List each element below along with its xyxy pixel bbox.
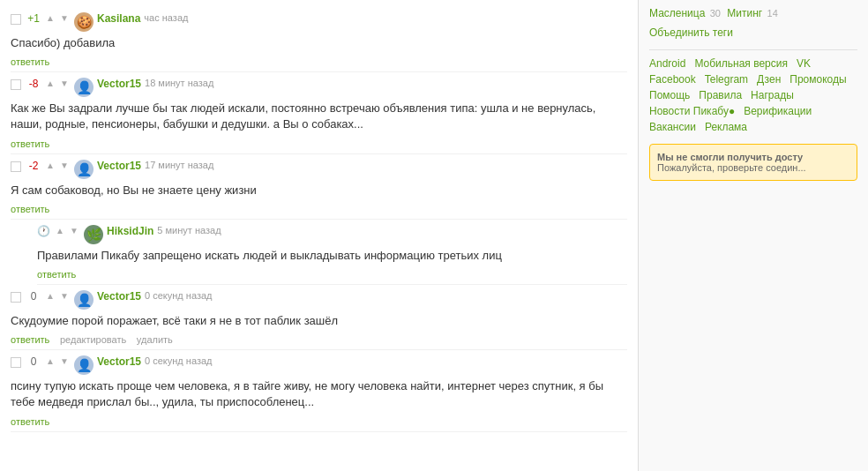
sidebar-link-vk[interactable]: VK — [797, 57, 811, 70]
sidebar-links-section: Android Мобильная версия VK Facebook Tel… — [649, 57, 857, 133]
upvote-button[interactable]: ▲ — [44, 78, 56, 90]
sidebar-link-facebook[interactable]: Facebook — [649, 73, 696, 86]
upvote-button[interactable]: ▲ — [44, 290, 56, 303]
sidebar-link-dzen[interactable]: Дзен — [757, 73, 781, 86]
comment-text: псину тупую искать проще чем человека, я… — [11, 378, 627, 410]
reply-link[interactable]: ответить — [11, 204, 49, 214]
comment-checkbox[interactable] — [11, 14, 21, 25]
timestamp: час назад — [144, 12, 188, 23]
tag-miting-count: 14 — [767, 8, 778, 19]
comment-checkbox[interactable] — [11, 79, 21, 90]
sidebar-link-rules[interactable]: Правила — [699, 89, 742, 101]
timestamp: 18 минут назад — [145, 78, 213, 88]
vote-controls: ▲ ▼ — [54, 225, 80, 237]
downvote-button[interactable]: ▼ — [58, 12, 71, 25]
username-link[interactable]: Vector15 — [97, 290, 141, 303]
vote-controls: 0 ▲ ▼ — [25, 290, 71, 303]
reply-link[interactable]: ответить — [11, 334, 49, 345]
sidebar-link-ads[interactable]: Реклама — [705, 121, 747, 133]
sidebar-link-telegram[interactable]: Telegram — [705, 73, 748, 86]
sidebar-tag-maslenitsa: Масленица 30 — [649, 7, 721, 19]
downvote-button[interactable]: ▼ — [58, 355, 71, 368]
avatar: 👤 — [74, 160, 94, 179]
avatar: 🍪 — [74, 12, 94, 32]
timestamp: 17 минут назад — [145, 160, 213, 170]
username-link[interactable]: Vector15 — [97, 78, 141, 90]
reply-link[interactable]: ответить — [11, 138, 49, 149]
comment-text: Скудоумие порой поражает, всё таки я не … — [11, 313, 627, 329]
sidebar-tag-miting: Митинг 14 — [727, 7, 778, 19]
timestamp: 5 минут назад — [157, 225, 221, 236]
downvote-button[interactable]: ▼ — [58, 160, 71, 172]
upvote-button[interactable]: ▲ — [44, 355, 56, 368]
sidebar-link-mobile[interactable]: Мобильная версия — [694, 57, 788, 70]
username-link[interactable]: Vector15 — [97, 355, 141, 368]
sidebar-link-jobs[interactable]: Вакансии — [649, 121, 696, 133]
comment-text: Правилами Пикабу запрещено искать людей … — [37, 248, 627, 264]
vote-score: -2 — [25, 160, 42, 172]
upvote-button[interactable]: ▲ — [44, 160, 56, 172]
username-link[interactable]: Kasilana — [97, 12, 140, 25]
avatar: 👤 — [74, 355, 94, 375]
comment-checkbox[interactable] — [11, 357, 21, 368]
username-link[interactable]: Vector15 — [97, 160, 141, 172]
error-box: Мы не смогли получить досту Пожалуйста, … — [649, 144, 857, 181]
comments-section: +1 ▲ ▼ 🍪 Kasilana час назад Спасибо) доб… — [0, 0, 639, 471]
vote-controls: -8 ▲ ▼ — [25, 78, 71, 90]
vote-score: -8 — [25, 78, 42, 90]
error-text: Пожалуйста, проверьте соедин... — [657, 162, 806, 173]
sidebar-link-promo[interactable]: Промокоды — [789, 73, 846, 86]
vote-controls: 0 ▲ ▼ — [25, 355, 71, 368]
tag-maslenitsa-link[interactable]: Масленица — [649, 7, 705, 19]
timestamp: 0 секунд назад — [145, 290, 212, 301]
timestamp: 0 секунд назад — [145, 355, 212, 366]
comment-text: Как же Вы задрали лучше бы так людей иск… — [11, 101, 627, 132]
error-title: Мы не смогли получить досту — [657, 152, 803, 162]
downvote-button[interactable]: ▼ — [58, 78, 71, 90]
tag-maslenitsa-count: 30 — [710, 8, 721, 19]
comment-2: -8 ▲ ▼ 👤 Vector15 18 минут назад Как же … — [11, 72, 627, 153]
comment-checkbox[interactable] — [11, 161, 21, 172]
sidebar-tags-section: Масленица 30 Митинг 14 Объединить теги — [649, 7, 857, 39]
avatar: 🌿 — [84, 225, 103, 244]
upvote-button[interactable]: ▲ — [44, 12, 56, 25]
comment-checkbox[interactable] — [11, 292, 21, 303]
downvote-button[interactable]: ▼ — [58, 290, 71, 303]
vote-score: +1 — [25, 12, 42, 25]
edit-link[interactable]: редактировать — [60, 334, 126, 345]
tag-miting-link[interactable]: Митинг — [727, 7, 762, 19]
comment-4: 🕐 ▲ ▼ 🌿 HiksidJin 5 минут назад Правилам… — [37, 220, 627, 285]
vote-score: 0 — [25, 290, 42, 303]
clock-icon: 🕐 — [37, 225, 50, 237]
sidebar-link-help[interactable]: Помощь — [649, 89, 690, 101]
sidebar-link-news[interactable]: Новости Пикабу● — [649, 105, 735, 117]
comment-6: 0 ▲ ▼ 👤 Vector15 0 секунд назад псину ту… — [11, 350, 627, 431]
delete-link[interactable]: удалить — [137, 334, 173, 345]
downvote-button[interactable]: ▼ — [68, 225, 80, 237]
sidebar: Масленица 30 Митинг 14 Объединить теги A… — [639, 0, 868, 471]
comment-text: Спасибо) добавила — [11, 35, 627, 51]
merge-tags-link[interactable]: Объединить теги — [649, 26, 733, 39]
upvote-button[interactable]: ▲ — [54, 225, 66, 237]
comment-text: Я сам собаковод, но Вы не знаете цену жи… — [11, 183, 627, 198]
sidebar-link-android[interactable]: Android — [649, 57, 685, 70]
sidebar-link-awards[interactable]: Награды — [751, 89, 794, 101]
comment-3: -2 ▲ ▼ 👤 Vector15 17 минут назад Я сам с… — [11, 154, 627, 220]
vote-controls: +1 ▲ ▼ — [25, 12, 71, 25]
vote-score: 0 — [25, 355, 42, 368]
username-link[interactable]: HiksidJin — [107, 225, 153, 237]
sidebar-link-verif[interactable]: Верификации — [744, 105, 812, 117]
avatar: 👤 — [74, 78, 94, 97]
reply-link[interactable]: ответить — [11, 56, 49, 67]
vote-controls: -2 ▲ ▼ — [25, 160, 71, 172]
comment-1: +1 ▲ ▼ 🍪 Kasilana час назад Спасибо) доб… — [11, 7, 627, 72]
reply-link[interactable]: ответить — [11, 416, 49, 427]
comment-5: 0 ▲ ▼ 👤 Vector15 0 секунд назад Скудоуми… — [11, 285, 627, 350]
reply-link[interactable]: ответить — [37, 269, 76, 280]
sidebar-divider — [649, 49, 857, 50]
avatar: 👤 — [74, 290, 94, 310]
